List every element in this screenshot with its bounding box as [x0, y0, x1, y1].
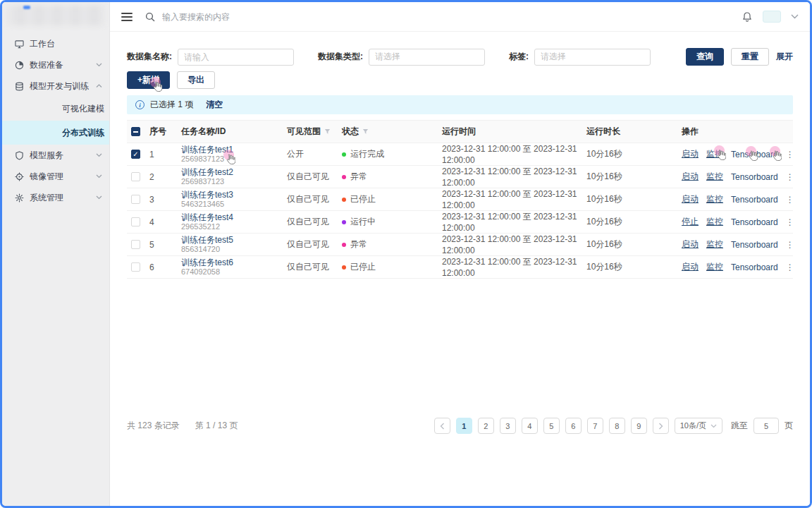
run-time: 2023-12-31 12:00:00 至 2023-12-31 12:00:0…	[442, 188, 586, 210]
sidebar-item-2[interactable]: 数据准备	[2, 54, 109, 75]
sidebar-subitem-5[interactable]: 分布式训练	[2, 121, 109, 145]
start-stop-action-link[interactable]: 停止	[682, 216, 699, 228]
add-button[interactable]: +新增	[127, 71, 170, 89]
sidebar-item-3[interactable]: 模型开发与训练	[2, 75, 109, 97]
more-actions-icon[interactable]: ⋮	[786, 172, 795, 182]
task-name-link[interactable]: 训练任务test4	[181, 212, 287, 222]
scope-filter-icon[interactable]	[324, 128, 331, 135]
pagination-bar: 共 123 条记录 第 1 / 13 页 123456789 10条/页	[127, 418, 793, 434]
prev-page-button[interactable]	[434, 418, 450, 434]
more-actions-icon[interactable]: ⋮	[786, 195, 795, 205]
header-run-time: 运行时间	[442, 126, 586, 138]
status-dot	[342, 198, 346, 202]
logo-blurred	[2, 2, 109, 30]
page-button-3[interactable]: 3	[500, 418, 516, 434]
page-button-5[interactable]: 5	[543, 418, 560, 434]
user-menu-chevron-down-icon[interactable]	[791, 14, 799, 19]
row-checkbox[interactable]: ✓	[131, 150, 140, 159]
tag-label: 标签:	[509, 51, 529, 63]
dataset-name-input[interactable]	[178, 49, 294, 66]
tensorboard-action-link[interactable]: Tensorboard	[731, 195, 778, 205]
page-button-7[interactable]: 7	[587, 418, 603, 434]
more-actions-icon[interactable]: ⋮	[786, 217, 795, 227]
status-dot	[342, 152, 346, 157]
page-button-9[interactable]: 9	[631, 418, 647, 434]
row-index: 2	[149, 172, 181, 182]
task-name-link[interactable]: 训练任务test3	[181, 190, 287, 200]
selection-info-bar: i 已选择 1 项 清空	[127, 95, 793, 114]
global-search-input[interactable]	[162, 12, 374, 22]
hamburger-menu-icon[interactable]	[121, 13, 133, 21]
tensorboard-action-link[interactable]: Tensorboard	[731, 150, 778, 159]
page-size-select[interactable]: 10条/页	[675, 418, 722, 434]
monitor-action-link[interactable]: 监控	[706, 238, 723, 250]
start-stop-action-link[interactable]: 启动	[682, 238, 699, 250]
sidebar-subitem-4[interactable]: 可视化建模	[2, 97, 109, 121]
header-task-name: 任务名称/ID	[181, 126, 287, 138]
start-stop-action-link[interactable]: 启动	[682, 148, 699, 160]
dataset-type-select[interactable]: 请选择	[369, 49, 485, 66]
task-name-link[interactable]: 训练任务test1	[181, 145, 287, 155]
task-scope: 仅自己可见	[287, 193, 342, 205]
tensorboard-action-link[interactable]: Tensorboard	[731, 172, 778, 182]
sidebar-item-7[interactable]: 镜像管理	[2, 166, 109, 187]
page-button-1[interactable]: 1	[456, 418, 472, 434]
reset-button[interactable]: 重置	[731, 48, 769, 66]
task-name-link[interactable]: 训练任务test6	[181, 258, 287, 267]
tensorboard-action-link[interactable]: Tensorboard	[731, 217, 778, 227]
tensorboard-action-link[interactable]: Tensorboard	[731, 240, 778, 250]
notification-bell-icon[interactable]	[742, 11, 753, 23]
page-button-8[interactable]: 8	[609, 418, 625, 434]
start-stop-action-link[interactable]: 启动	[682, 171, 699, 183]
monitor-action-link[interactable]: 监控	[706, 216, 723, 228]
sidebar-item-label: 工作台	[30, 38, 102, 50]
start-stop-action-link[interactable]: 启动	[682, 193, 699, 205]
clear-selection-link[interactable]: 清空	[206, 99, 223, 111]
run-time: 2023-12-31 12:00:00 至 2023-12-31 12:00:0…	[442, 211, 586, 233]
page-button-2[interactable]: 2	[478, 418, 494, 434]
expand-link[interactable]: 展开	[776, 51, 793, 63]
row-checkbox[interactable]	[131, 172, 140, 181]
task-name-link[interactable]: 训练任务test5	[181, 235, 287, 245]
table-header-row: 序号 任务名称/ID 可见范围 状态	[127, 120, 793, 143]
status-dot	[342, 265, 346, 270]
sidebar-item-label: 数据准备	[30, 59, 96, 71]
tensorboard-action-link[interactable]: Tensorboard	[731, 262, 778, 272]
export-button[interactable]: 导出	[177, 71, 215, 89]
sidebar-item-6[interactable]: 模型服务	[2, 145, 109, 166]
task-id: 856314720	[181, 245, 287, 254]
select-all-checkbox[interactable]	[131, 127, 140, 136]
page-button-4[interactable]: 4	[522, 418, 538, 434]
task-name-link[interactable]: 训练任务test2	[181, 167, 287, 177]
tag-select[interactable]: 请选择	[534, 49, 651, 66]
more-actions-icon[interactable]: ⋮	[786, 150, 795, 159]
sidebar-item-1[interactable]: 工作台	[2, 33, 109, 54]
sidebar-item-8[interactable]: 系统管理	[2, 187, 109, 208]
row-checkbox[interactable]	[131, 240, 140, 249]
jump-to-page-input[interactable]	[753, 418, 779, 434]
chevron-up-icon	[96, 84, 102, 88]
monitor-action-link[interactable]: 监控	[706, 261, 723, 273]
start-stop-action-link[interactable]: 启动	[682, 261, 699, 273]
more-actions-icon[interactable]: ⋮	[786, 240, 795, 250]
row-index: 6	[149, 262, 181, 272]
status-filter-icon[interactable]	[362, 128, 369, 135]
sidebar-item-label: 系统管理	[30, 192, 96, 204]
next-page-button[interactable]	[653, 418, 669, 434]
monitor-action-link[interactable]: 监控	[706, 148, 723, 160]
more-actions-icon[interactable]: ⋮	[786, 262, 795, 272]
sidebar-item-label: 模型开发与训练	[30, 80, 96, 92]
page-button-6[interactable]: 6	[565, 418, 582, 434]
monitor-action-link[interactable]: 监控	[706, 193, 723, 205]
status-text: 异常	[350, 238, 367, 250]
task-id: 2569837123	[181, 177, 287, 186]
row-checkbox[interactable]	[131, 262, 140, 272]
monitor-action-link[interactable]: 监控	[706, 171, 723, 183]
task-id: 674092058	[181, 267, 287, 277]
sidebar-subitem-label: 可视化建模	[62, 103, 104, 115]
row-checkbox[interactable]	[131, 195, 140, 204]
search-button[interactable]: 查询	[686, 48, 724, 66]
chevron-down-icon	[96, 195, 102, 200]
user-avatar-blurred[interactable]	[763, 11, 781, 23]
row-checkbox[interactable]	[131, 217, 140, 226]
